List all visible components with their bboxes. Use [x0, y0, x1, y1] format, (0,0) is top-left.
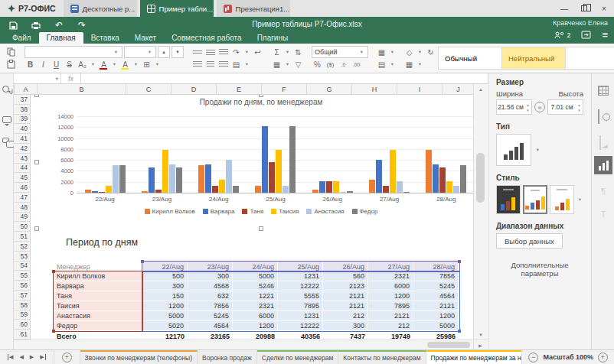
value-cell[interactable]: 5555 [278, 291, 323, 301]
strikethrough-button[interactable]: S [64, 59, 75, 70]
bar-Федор[interactable] [176, 167, 182, 193]
sheet-tab[interactable]: Контакты по менеджерам [338, 350, 426, 364]
zoom-out-button[interactable]: − [528, 353, 538, 362]
bar-Анастасия[interactable] [283, 186, 289, 193]
bar-Кирилл Волков[interactable] [142, 191, 148, 193]
row-header-40[interactable]: 40 [14, 124, 30, 134]
insert-function-button[interactable]: fx [61, 73, 81, 83]
menu-home[interactable]: Главная [39, 32, 83, 44]
row-header-55[interactable]: 55 [14, 271, 30, 281]
value-cell[interactable]: 1200 [368, 291, 413, 301]
row-header-46[interactable]: 46 [14, 183, 30, 193]
hamburger-menu-icon[interactable]: ≡ [602, 29, 608, 41]
bar-Федор[interactable] [403, 192, 410, 193]
total-value-cell[interactable]: 12170 [142, 331, 188, 340]
bar-Таисия[interactable] [446, 181, 452, 193]
increase-font-button[interactable]: ▴ [158, 46, 170, 58]
merge-cells-button[interactable]: ▤ [230, 59, 242, 70]
align-left-icon[interactable] [191, 59, 203, 70]
conditional-format-button[interactable]: ▦ [403, 59, 415, 70]
value-cell[interactable]: 1231 [278, 271, 323, 281]
value-cell[interactable]: 4564 [188, 321, 233, 331]
total-value-cell[interactable]: 40356 [278, 331, 323, 340]
value-cell[interactable]: 2121 [368, 311, 413, 321]
lock-aspect-ratio-icon[interactable]: ∞ [534, 102, 545, 112]
column-header-E[interactable]: E [217, 84, 262, 94]
bar-Таня[interactable] [383, 186, 389, 193]
total-value-cell[interactable]: 20988 [233, 331, 278, 340]
total-value-cell[interactable]: 25986 [413, 331, 459, 340]
comments-icon[interactable] [2, 116, 11, 123]
add-sheet-button[interactable]: + [54, 350, 80, 364]
align-bottom-icon[interactable] [217, 47, 229, 58]
chevron-down-icon[interactable]: ▾ [154, 59, 161, 70]
row-header-48[interactable]: 48 [14, 203, 30, 213]
menu-collaboration[interactable]: Совместная работа [164, 32, 250, 44]
row-header-61[interactable]: 61 [14, 330, 30, 340]
menu-insert[interactable]: Вставка [83, 32, 127, 44]
paragraph-settings-icon[interactable]: ¶ [592, 187, 614, 196]
row-header-45[interactable]: 45 [14, 173, 30, 183]
column-header-D[interactable]: D [171, 84, 217, 94]
delete-cells-button[interactable]: ▤ [376, 59, 387, 70]
vertical-scrollbar[interactable]: ▲ ▼ [473, 84, 487, 340]
manager-name-cell[interactable]: Анастасия [54, 311, 142, 321]
value-cell[interactable]: 1221 [233, 291, 278, 301]
bold-button[interactable]: B [24, 59, 36, 70]
redo-button[interactable]: ↷ [75, 19, 89, 31]
bar-Кирилл Волков[interactable] [426, 150, 432, 193]
underline-button[interactable]: U [51, 59, 62, 70]
highlight-color-button[interactable]: A [119, 59, 131, 70]
value-cell[interactable]: 212 [323, 311, 368, 321]
chevron-down-icon[interactable]: ▾ [132, 59, 139, 70]
chart[interactable]: Продажи по дням, по менеджерам Кирилл Во… [37, 95, 473, 230]
row-header-59[interactable]: 59 [14, 310, 30, 320]
chart-style-option-light[interactable] [550, 185, 574, 214]
sheet-tab[interactable]: Продажи по менеджерам за неделю [426, 350, 522, 364]
chevron-down-icon[interactable]: ▾ [389, 59, 396, 70]
chevron-down-icon[interactable]: ▾ [284, 59, 291, 70]
horizontal-scrollbar[interactable] [14, 340, 473, 349]
row-header-50[interactable]: 50 [14, 222, 30, 232]
sheet-tab[interactable]: Звонки по менеджерам (телефоны) [80, 350, 198, 364]
data-table[interactable]: Менеджер22/Aug23/Aug24/Aug25/Aug26/Aug27… [54, 262, 459, 340]
value-cell[interactable]: 6000 [233, 311, 278, 321]
image-settings-icon[interactable] [599, 135, 601, 150]
column-header-J[interactable]: J [443, 84, 475, 94]
date-header-cell[interactable]: 26/Aug [323, 262, 368, 271]
bar-Таисия[interactable] [276, 150, 282, 193]
row-header-41[interactable]: 41 [14, 134, 30, 144]
minimize-button[interactable]: — [554, 0, 574, 17]
italic-button[interactable]: I [38, 59, 49, 70]
bar-Анастасия[interactable] [113, 165, 119, 193]
bar-Варвара[interactable] [149, 167, 155, 193]
font-color-button[interactable]: A [98, 59, 109, 70]
bar-Анастасия[interactable] [397, 181, 403, 193]
column-header-F[interactable]: F [262, 84, 307, 94]
value-cell[interactable]: 5245 [413, 281, 459, 291]
manager-name-cell[interactable]: Федор [54, 321, 142, 331]
bar-Федор[interactable] [289, 126, 296, 193]
paste-icon[interactable] [5, 59, 17, 70]
bar-Анастасия[interactable] [453, 186, 459, 193]
row-header-49[interactable]: 49 [14, 213, 30, 223]
autosum-button[interactable]: Σ [271, 47, 283, 58]
named-ranges-button[interactable]: ▦ [271, 59, 283, 70]
height-input[interactable]: 7.01 см ▴▾ [547, 99, 583, 115]
manager-name-cell[interactable]: Таисия [54, 301, 142, 311]
value-cell[interactable]: 1200 [233, 321, 278, 331]
first-sheet-icon[interactable]: ◀ [8, 354, 13, 360]
chart-style-option-selected[interactable] [523, 185, 547, 214]
chart-settings-icon[interactable] [594, 156, 612, 174]
value-cell[interactable]: 4564 [413, 291, 459, 301]
chevron-down-icon[interactable]: ▾ [416, 59, 423, 70]
align-right-icon[interactable] [217, 59, 229, 70]
next-sheet-icon[interactable]: ▶ [30, 354, 34, 360]
total-value-cell[interactable]: 23165 [188, 331, 233, 340]
stepper-up-icon[interactable]: ▴ [578, 102, 580, 107]
value-cell[interactable]: 12222 [278, 281, 323, 291]
manager-name-cell[interactable]: Таня [54, 291, 142, 301]
bar-Таня[interactable] [269, 162, 275, 193]
value-cell[interactable]: 7895 [278, 301, 323, 311]
chart-resize-handle[interactable] [34, 95, 39, 97]
